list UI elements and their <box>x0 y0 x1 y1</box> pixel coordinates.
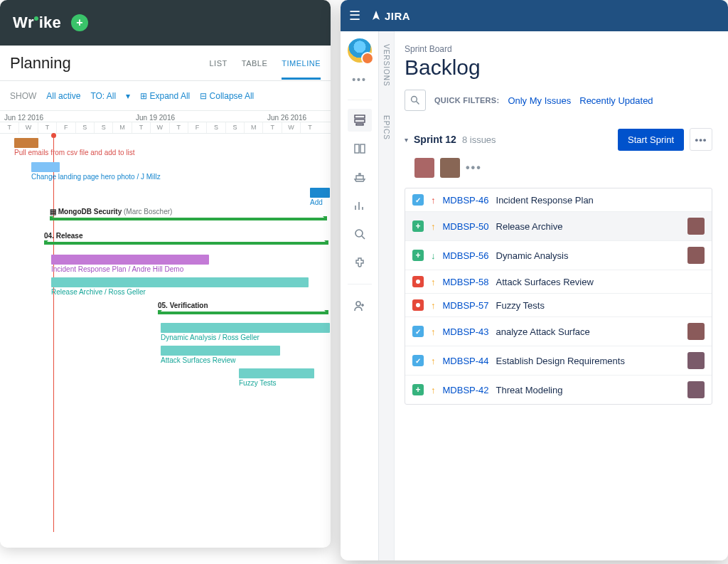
add-button[interactable]: + <box>71 14 88 31</box>
day-cell: W <box>150 122 168 133</box>
view-tabs: LIST TABLE TIMELINE <box>210 46 321 80</box>
issue-type-icon <box>412 194 424 206</box>
issue-row[interactable]: ↑MDBSP-50Release Archive <box>405 212 712 241</box>
assignee-filter: ••• <box>414 158 712 178</box>
day-cell: T <box>38 122 56 133</box>
issue-key[interactable]: MDBSP-42 <box>443 385 489 395</box>
jira-main: Sprint Board Backlog QUICK FILTERS: Only… <box>395 31 728 560</box>
task-fuzzy[interactable]: Fuzzy Tests <box>239 368 314 387</box>
avatar[interactable] <box>414 158 434 178</box>
issue-type-icon <box>412 220 424 232</box>
tab-table[interactable]: TABLE <box>242 46 268 80</box>
day-header: TWTFSSMTWTFSSMTWT <box>0 122 331 134</box>
rail-board-icon[interactable] <box>348 137 372 160</box>
side-tabs: VERSIONS EPICS <box>379 31 395 560</box>
quick-filters-label: QUICK FILTERS: <box>434 96 499 105</box>
task-pull-emails[interactable]: Pull emails from csv file and add to lis… <box>14 138 135 156</box>
assignee-avatar[interactable] <box>687 352 705 369</box>
sprint-issue-count: 8 issues <box>462 134 496 145</box>
rail-addon-icon[interactable] <box>348 251 372 274</box>
rail-ship-icon[interactable] <box>348 166 372 188</box>
issue-type-icon <box>412 276 424 287</box>
rail-reports-icon[interactable] <box>348 194 372 217</box>
task-add[interactable]: Add <box>310 188 330 206</box>
wrike-header: Wrike + <box>0 0 331 46</box>
issue-key[interactable]: MDBSP-50 <box>443 221 489 232</box>
assignee-avatar[interactable] <box>687 247 705 264</box>
expand-all[interactable]: ⊞ Expand All <box>140 91 190 101</box>
issue-type-icon <box>412 384 424 395</box>
sprint-more-button[interactable]: ••• <box>690 128 712 151</box>
issue-key[interactable]: MDBSP-57 <box>443 300 489 311</box>
issue-row[interactable]: ↑MDBSP-46Incident Response Plan <box>405 188 712 212</box>
wrike-logo: Wrike <box>13 14 61 32</box>
wrike-subheader: Planning LIST TABLE TIMELINE <box>0 46 331 81</box>
breadcrumb[interactable]: Sprint Board <box>405 44 712 54</box>
issue-row[interactable]: ↑MDBSP-42Threat Modeling <box>405 376 712 404</box>
section-release[interactable]: 04. Release <box>44 232 83 240</box>
filter-recent[interactable]: Recently Updated <box>579 95 653 106</box>
issue-summary: Threat Modeling <box>496 385 563 395</box>
assignee-avatar[interactable] <box>687 381 705 398</box>
more-icon[interactable]: ••• <box>352 74 367 85</box>
issue-key[interactable]: MDBSP-46 <box>443 195 489 206</box>
issue-key[interactable]: MDBSP-44 <box>443 356 489 366</box>
quick-filters: QUICK FILTERS: Only My Issues Recently U… <box>405 90 712 111</box>
assignee-avatar[interactable] <box>687 218 705 235</box>
filter-bar: SHOW All active TO: All ▾ ⊞ Expand All ⊟… <box>0 81 331 111</box>
issue-row[interactable]: ↑MDBSP-57Fuzzy Tests <box>405 294 712 317</box>
sprint-name[interactable]: Sprint 12 <box>414 134 456 145</box>
filter-all-active[interactable]: All active <box>46 91 80 101</box>
tab-epics[interactable]: EPICS <box>382 115 390 140</box>
chevron-down-icon[interactable]: ▾ <box>405 136 408 144</box>
rail-search-icon[interactable] <box>348 223 372 245</box>
jira-body: ••• VERS <box>341 31 728 560</box>
issue-row[interactable]: ↑MDBSP-44Establish Design Requirements <box>405 346 712 376</box>
more-assignees-icon[interactable]: ••• <box>466 161 482 174</box>
task-attack[interactable]: Attack Surfaces Review <box>161 346 280 364</box>
start-sprint-button[interactable]: Start Sprint <box>618 129 684 151</box>
issue-key[interactable]: MDBSP-43 <box>443 326 489 337</box>
rail-backlog-icon[interactable] <box>348 109 372 132</box>
filter-only-mine[interactable]: Only My Issues <box>508 95 571 106</box>
jira-window: ☰ JIRA ••• <box>341 0 728 560</box>
issue-type-icon <box>412 299 424 311</box>
gantt-canvas[interactable]: Pull emails from csv file and add to lis… <box>0 134 331 532</box>
tab-list[interactable]: LIST <box>210 46 228 80</box>
tab-timeline[interactable]: TIMELINE <box>282 46 321 80</box>
collapse-all[interactable]: ⊟ Collapse All <box>200 91 254 101</box>
tab-versions[interactable]: VERSIONS <box>382 44 390 87</box>
rail-add-person-icon[interactable] <box>348 294 372 317</box>
filter-icon[interactable]: ▾ <box>126 91 130 101</box>
priority-icon: ↑ <box>431 385 436 395</box>
section-verification[interactable]: 05. Verification <box>158 302 208 309</box>
issue-summary: Establish Design Requirements <box>496 356 625 366</box>
priority-icon: ↑ <box>431 326 436 337</box>
task-label: Incident Response Plan / Andre Hill Demo <box>51 265 209 273</box>
task-dynamic[interactable]: Dynamic Analysis / Ross Geller <box>161 323 330 341</box>
menu-icon[interactable]: ☰ <box>349 8 360 23</box>
assignee-avatar[interactable] <box>687 323 705 340</box>
issue-key[interactable]: MDBSP-58 <box>443 277 489 287</box>
project-avatar[interactable] <box>348 38 372 63</box>
day-cell: M <box>244 122 262 133</box>
search-button[interactable] <box>405 90 426 111</box>
avatar[interactable] <box>440 158 460 178</box>
day-cell: T <box>0 122 18 133</box>
issue-key[interactable]: MDBSP-56 <box>443 250 489 261</box>
page-title: Planning <box>10 54 71 73</box>
task-release-archive[interactable]: Release Archive / Ross Geller <box>51 277 309 296</box>
task-label: Add <box>310 198 330 206</box>
task-landing[interactable]: Change landing page hero photo / J Millz <box>31 162 161 181</box>
filter-to-all[interactable]: TO: All <box>90 91 116 101</box>
issue-summary: Incident Response Plan <box>496 195 594 206</box>
issue-row[interactable]: ↓MDBSP-56Dynamic Analysis <box>405 241 712 270</box>
issue-row[interactable]: ↑MDBSP-43analyze Attack Surface <box>405 317 712 346</box>
task-incident[interactable]: Incident Response Plan / Andre Hill Demo <box>51 255 209 273</box>
section-mongo[interactable]: ▤ MongoDB Security (Marc Boscher) <box>50 208 327 220</box>
jira-logo: JIRA <box>370 10 410 22</box>
issue-row[interactable]: ↑MDBSP-58Attack Surfaces Review <box>405 270 712 294</box>
day-cell: T <box>300 122 318 133</box>
task-label: Dynamic Analysis / Ross Geller <box>161 334 330 341</box>
svg-point-5 <box>355 230 363 237</box>
